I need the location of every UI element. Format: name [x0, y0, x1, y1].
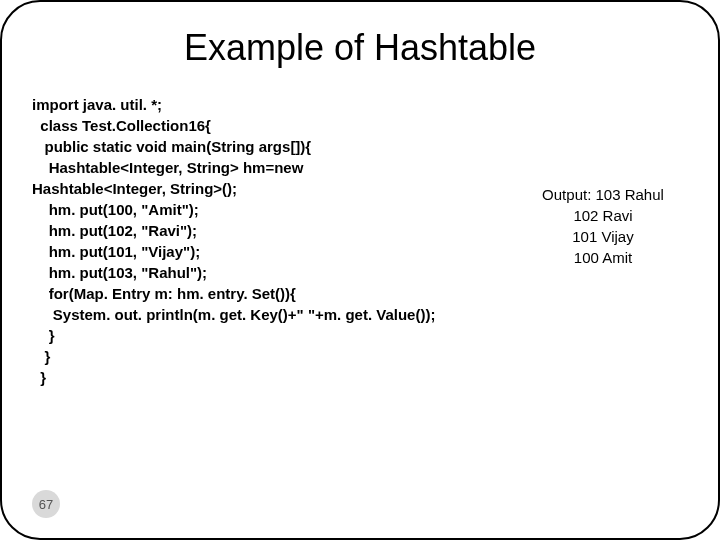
slide-title: Example of Hashtable: [32, 27, 688, 69]
code-line: public static void main(String args[]){: [32, 136, 518, 157]
code-line: hm. put(103, "Rahul");: [32, 262, 518, 283]
code-line: }: [32, 346, 518, 367]
code-block: import java. util. *; class Test.Collect…: [32, 94, 518, 388]
page-number: 67: [32, 490, 60, 518]
code-line: import java. util. *;: [32, 94, 518, 115]
code-line: for(Map. Entry m: hm. entry. Set()){: [32, 283, 518, 304]
code-line: hm. put(102, "Ravi");: [32, 220, 518, 241]
code-line: hm. put(100, "Amit");: [32, 199, 518, 220]
code-line: }: [32, 325, 518, 346]
code-line: }: [32, 367, 518, 388]
content-row: import java. util. *; class Test.Collect…: [32, 94, 688, 388]
output-line: 100 Amit: [518, 247, 688, 268]
code-line: hm. put(101, "Vijay");: [32, 241, 518, 262]
output-line: 102 Ravi: [518, 205, 688, 226]
code-line: Hashtable<Integer, String>();: [32, 178, 518, 199]
code-line: System. out. println(m. get. Key()+" "+m…: [32, 304, 518, 325]
code-line: Hashtable<Integer, String> hm=new: [32, 157, 518, 178]
output-line: 101 Vijay: [518, 226, 688, 247]
slide-frame: Example of Hashtable import java. util. …: [0, 0, 720, 540]
code-line: class Test.Collection16{: [32, 115, 518, 136]
output-block: Output: 103 Rahul 102 Ravi 101 Vijay 100…: [518, 184, 688, 268]
output-line: Output: 103 Rahul: [518, 184, 688, 205]
